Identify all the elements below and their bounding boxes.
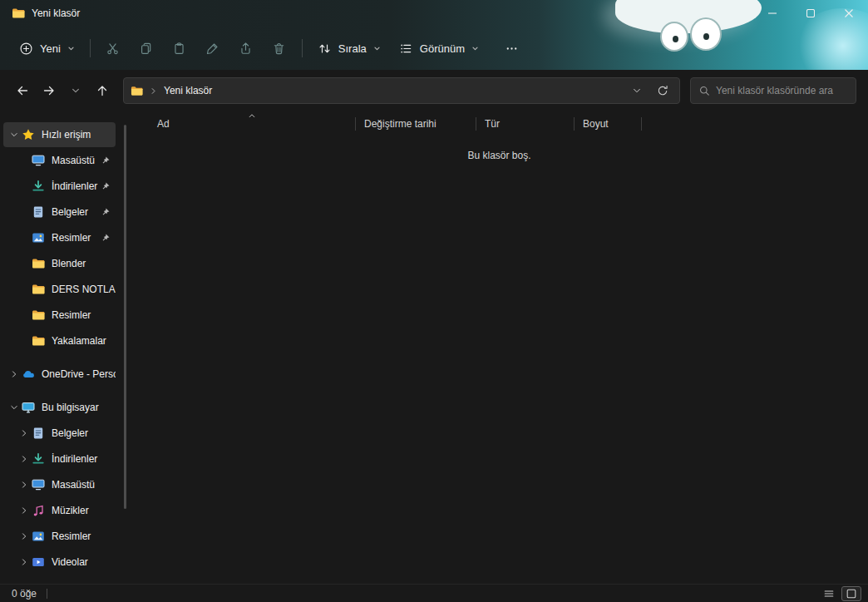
chevron-right-icon[interactable] [17, 531, 32, 541]
column-label: Değiştirme tarihi [364, 118, 436, 130]
chevron-right-icon[interactable] [17, 454, 32, 464]
cut-button[interactable] [96, 33, 130, 63]
sidebar-item-videos[interactable]: Videolar [3, 550, 116, 575]
chevron-down-icon[interactable] [7, 402, 22, 412]
sidebar-item-label: DERS NOTLARI [52, 284, 116, 295]
minimize-button[interactable] [753, 0, 792, 27]
new-button-label: Yeni [40, 42, 61, 55]
sidebar-item-desktop-pinned[interactable]: Masaüstü [3, 148, 116, 173]
sidebar-item-label: Masaüstü [52, 479, 116, 491]
navigation-bar: Yeni klasör [0, 70, 868, 111]
star-icon [22, 128, 35, 141]
title-bar[interactable]: Yeni klasör [0, 0, 868, 27]
desktop-icon [32, 154, 45, 167]
folder-icon [32, 308, 45, 322]
chevron-down-icon[interactable] [7, 130, 22, 140]
sidebar-item-ders-notlari[interactable]: DERS NOTLARI [3, 277, 116, 302]
column-label: Ad [157, 118, 170, 130]
sidebar-item-yakalamalar[interactable]: Yakalamalar [3, 328, 116, 353]
column-separator[interactable] [641, 117, 642, 131]
sidebar-item-label: Müzikler [52, 505, 116, 516]
sidebar-item-pictures-pinned[interactable]: Resimler [3, 225, 116, 250]
forward-button[interactable] [37, 78, 62, 103]
sidebar-item-onedrive[interactable]: OneDrive - Perso [3, 362, 116, 387]
close-button[interactable] [830, 0, 868, 27]
sort-button-label: Sırala [338, 42, 367, 55]
copy-button[interactable] [130, 33, 163, 63]
details-view-button[interactable] [819, 586, 839, 601]
folder-icon [32, 257, 45, 270]
chevron-down-icon [373, 45, 381, 52]
sidebar-item-resimler-folder[interactable]: Resimler [3, 303, 116, 328]
pin-icon [100, 181, 111, 192]
column-header-size[interactable]: Boyut [575, 111, 641, 136]
folder-icon [12, 7, 25, 20]
breadcrumb-path[interactable]: Yeni klasör [164, 85, 212, 96]
sidebar-item-label: Resimler [52, 530, 116, 542]
folder-icon [131, 85, 143, 97]
empty-folder-message: Bu klasör boş. [131, 150, 868, 161]
pictures-icon [32, 530, 45, 543]
item-count: 0 öğe [12, 588, 37, 600]
sidebar-item-desktop[interactable]: Masaüstü [3, 472, 116, 497]
sidebar-item-label: Blender [52, 258, 116, 269]
sidebar-item-label: Belgeler [52, 206, 100, 218]
back-button[interactable] [10, 78, 35, 103]
share-button[interactable] [229, 33, 263, 63]
chevron-right-icon[interactable] [17, 480, 32, 490]
maximize-button[interactable] [792, 0, 830, 27]
up-button[interactable] [90, 78, 115, 103]
column-header-date-modified[interactable]: Değiştirme tarihi [356, 111, 476, 136]
sidebar-item-blender[interactable]: Blender [3, 251, 116, 276]
onedrive-icon [22, 368, 35, 381]
sort-button[interactable]: Sırala [308, 33, 390, 63]
sidebar-item-label: Yakalamalar [52, 335, 116, 347]
search-input[interactable] [716, 85, 848, 96]
downloads-icon [32, 180, 45, 193]
view-button[interactable]: Görünüm [390, 33, 488, 63]
sidebar-item-this-pc[interactable]: Bu bilgisayar [3, 395, 116, 420]
search-box[interactable] [690, 77, 856, 104]
new-button[interactable]: Yeni [10, 33, 84, 63]
address-dropdown-button[interactable] [627, 81, 647, 101]
column-label: Boyut [583, 118, 609, 130]
sidebar-item-label: Bu bilgisayar [42, 402, 116, 413]
chevron-right-icon[interactable] [17, 428, 32, 438]
chevron-right-icon[interactable] [7, 369, 22, 379]
window-controls [753, 0, 868, 27]
rename-button[interactable] [196, 33, 229, 63]
column-header-name[interactable]: Ad [149, 111, 355, 136]
window-title: Yeni klasör [32, 7, 80, 19]
delete-button[interactable] [263, 33, 296, 63]
sidebar-item-label: Hızlı erişim [42, 129, 116, 141]
chevron-right-icon[interactable] [17, 506, 32, 516]
sidebar-scrollbar[interactable] [124, 125, 126, 509]
command-bar: Yeni [0, 27, 868, 70]
sidebar-item-music[interactable]: Müzikler [3, 498, 116, 523]
sidebar-item-downloads-pinned[interactable]: İndirilenler [3, 174, 116, 199]
sidebar-item-label: İndirilenler [52, 453, 116, 465]
chevron-right-icon [149, 86, 158, 96]
music-icon [32, 504, 45, 517]
chevron-down-icon [67, 45, 75, 52]
address-bar[interactable]: Yeni klasör [123, 77, 680, 104]
sidebar-item-documents[interactable]: Belgeler [3, 421, 116, 446]
refresh-button[interactable] [653, 81, 673, 101]
pin-icon [100, 233, 111, 244]
paste-button[interactable] [163, 33, 196, 63]
sidebar-item-label: OneDrive - Perso [42, 368, 116, 380]
sidebar-item-label: Belgeler [52, 427, 116, 439]
sidebar-item-label: Resimler [52, 309, 116, 321]
sort-ascending-icon [248, 112, 257, 119]
sidebar-item-pictures[interactable]: Resimler [3, 524, 116, 549]
thumbnail-view-button[interactable] [841, 586, 861, 601]
column-header-type[interactable]: Tür [476, 111, 574, 136]
recent-locations-button[interactable] [63, 78, 88, 103]
sidebar-item-downloads[interactable]: İndirilenler [3, 447, 116, 471]
chevron-right-icon[interactable] [17, 557, 32, 567]
window-header: Yeni klasör Yeni [0, 0, 868, 70]
sidebar-item-quick-access[interactable]: Hızlı erişim [3, 122, 116, 147]
sidebar-item-documents-pinned[interactable]: Belgeler [3, 200, 116, 225]
more-button[interactable] [495, 33, 528, 63]
sidebar: Hızlı erişimMasaüstüİndirilenlerBelgeler… [0, 111, 131, 584]
